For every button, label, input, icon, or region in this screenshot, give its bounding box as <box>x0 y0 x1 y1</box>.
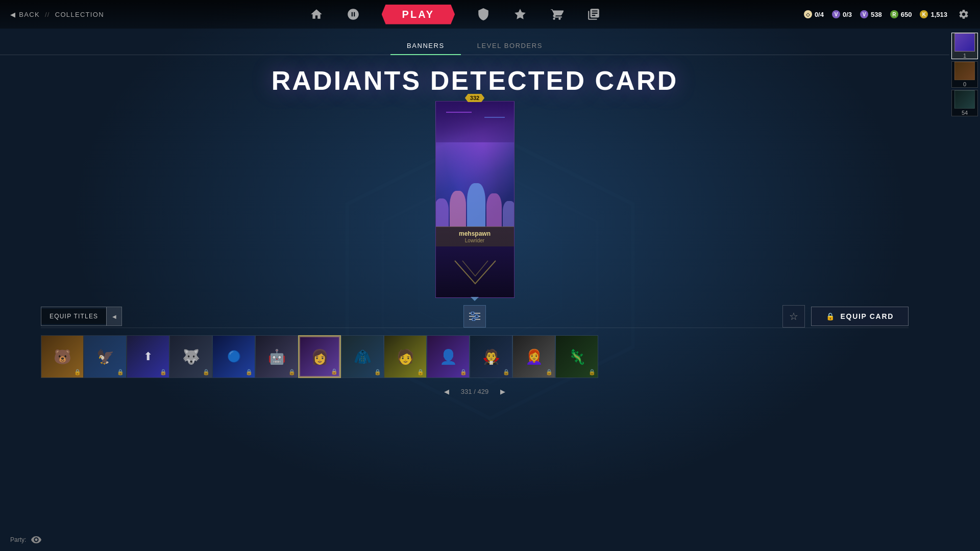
equip-card-label: EQUIP CARD <box>841 312 894 320</box>
radiant-icon: ◇ <box>804 10 812 18</box>
thumb-10[interactable]: 👤 🔒 <box>427 335 470 378</box>
back-button[interactable]: ◀ BACK // COLLECTION <box>0 11 114 18</box>
banner-title-text: Lowrider <box>440 238 510 243</box>
right-card-num-2: 0 <box>963 81 966 87</box>
thumb-9[interactable]: 🧑 🔒 <box>384 335 427 378</box>
figure-4 <box>486 193 502 227</box>
thumb-figure-5: 🔵 <box>227 350 241 363</box>
thumb-figure-2: 🦅 <box>96 348 114 365</box>
thumb-figure-7: 👩 <box>311 348 329 365</box>
next-icon: ▶ <box>500 388 505 395</box>
banner-container: 332 mehspawn <box>435 101 514 298</box>
thumb-12[interactable]: 👩‍🦰 🔒 <box>512 335 555 378</box>
thumb-lock-8: 🔒 <box>374 369 381 375</box>
lock-equip-icon: 🔒 <box>826 312 836 320</box>
figure-5 <box>503 201 514 227</box>
play-button[interactable]: PLAY <box>382 5 455 24</box>
play-label: PLAY <box>402 9 435 20</box>
kp-value: 1,513 <box>930 11 947 18</box>
right-card-3[interactable]: 54 <box>951 90 978 116</box>
svg-point-4 <box>475 315 478 318</box>
thumb-figure-8: 🧥 <box>354 348 372 365</box>
center-controls <box>463 305 486 328</box>
thumb-lock-2: 🔒 <box>117 369 124 375</box>
home-nav-icon[interactable] <box>308 6 325 22</box>
thumb-5[interactable]: 🔵 🔒 <box>212 335 255 378</box>
figure-1 <box>436 198 449 227</box>
pagination: ◀ 331 / 429 ▶ <box>440 385 509 397</box>
thumb-3[interactable]: ⬆ 🔒 <box>127 335 169 378</box>
prev-icon: ◀ <box>444 388 449 395</box>
thumb-11[interactable]: 🧛 🔒 <box>470 335 512 378</box>
right-card-art-3 <box>954 90 975 109</box>
banner-card: mehspawn Lowrider <box>435 101 514 298</box>
separator: // <box>45 11 50 18</box>
vp-icon: V <box>860 10 868 18</box>
right-card-num-1: 1 <box>963 53 966 59</box>
figure-3 <box>467 183 485 227</box>
pagination-total: 429 <box>477 388 488 395</box>
thumb-4[interactable]: 🐺 🔒 <box>169 335 212 378</box>
thumb-7[interactable]: 👩 🔒 <box>298 335 341 378</box>
right-panel: 1 0 54 <box>949 29 980 116</box>
thumb-lock-3: 🔒 <box>160 369 167 375</box>
thumb-8[interactable]: 🧥 🔒 <box>341 335 384 378</box>
equip-card-button[interactable]: 🔒 EQUIP CARD <box>811 307 909 326</box>
thumb-lock-11: 🔒 <box>503 369 510 375</box>
tab-level-borders[interactable]: LEVEL BORDERS <box>461 37 559 55</box>
ranked-icon[interactable] <box>585 6 602 22</box>
pagination-current: 331 <box>461 388 472 395</box>
thumbnail-row: 🐻 🔒 🦅 🔒 ⬆ 🔒 🐺 🔒 🔵 🔒 <box>0 335 949 378</box>
right-card-2[interactable]: 0 <box>951 61 978 88</box>
pagination-info: 331 / 429 <box>461 388 488 395</box>
thumb-2[interactable]: 🦅 🔒 <box>84 335 127 378</box>
store-nav-icon[interactable] <box>549 6 565 22</box>
equip-titles-button[interactable]: EQUIP TITLES ◀ <box>41 307 122 326</box>
vp-value: 538 <box>871 11 882 18</box>
settings-button[interactable] <box>955 6 972 22</box>
controls-row: EQUIP TITLES ◀ ☆ <box>0 305 949 328</box>
art-line-2 <box>484 117 505 118</box>
thumb-figure-12: 👩‍🦰 <box>525 348 543 365</box>
thumb-lock-7: 🔒 <box>331 368 338 375</box>
right-card-num-3: 54 <box>962 110 968 116</box>
filter-button[interactable] <box>463 305 486 328</box>
currency-vp-small: V 0/3 <box>832 10 852 18</box>
thumb-lock-6: 🔒 <box>288 369 296 375</box>
battle-pass-icon[interactable] <box>475 6 492 22</box>
right-card-1[interactable]: 1 <box>951 33 978 59</box>
card-title: RADIANTS DETECTED CARD <box>272 65 678 96</box>
strip-indicator <box>471 297 479 301</box>
tab-banners[interactable]: BANNERS <box>390 37 461 55</box>
arrow-icon: ◀ <box>112 314 116 319</box>
collection-nav-icon[interactable] <box>512 6 528 22</box>
equip-titles-arrow[interactable]: ◀ <box>106 307 121 325</box>
back-label: BACK <box>19 11 40 18</box>
kp-icon: K <box>920 10 928 18</box>
vp-icon-small: V <box>832 10 840 18</box>
thumb-lock-5: 🔒 <box>246 369 253 375</box>
thumb-1[interactable]: 🐻 🔒 <box>41 335 84 378</box>
banner-info: mehspawn Lowrider <box>436 227 514 246</box>
thumb-figure-10: 👤 <box>439 348 457 365</box>
agents-nav-icon[interactable] <box>345 6 361 22</box>
currency-vp: V 538 <box>860 10 882 18</box>
thumb-lock-12: 🔒 <box>546 369 553 375</box>
pagination-next[interactable]: ▶ <box>497 385 509 397</box>
figure-group <box>436 183 514 227</box>
rp-icon: R <box>890 10 898 18</box>
thumb-figure-1: 🐻 <box>54 348 71 365</box>
thumb-lock-9: 🔒 <box>417 369 424 375</box>
banner-username: mehspawn <box>440 230 510 237</box>
svg-point-3 <box>471 312 474 315</box>
currency-kp: K 1,513 <box>920 10 947 18</box>
thumb-6[interactable]: 🤖 🔒 <box>255 335 298 378</box>
pagination-prev[interactable]: ◀ <box>440 385 453 397</box>
top-navigation: ◀ BACK // COLLECTION PLAY ◇ 0/4 <box>0 0 980 29</box>
favorite-button[interactable]: ☆ <box>782 305 805 328</box>
banner-art <box>436 102 514 227</box>
main-content: BANNERS LEVEL BORDERS RADIANTS DETECTED … <box>0 29 949 551</box>
art-bg-top <box>436 102 514 142</box>
thumb-figure-11: 🧛 <box>482 348 500 365</box>
thumb-13[interactable]: 🦎 🔒 <box>555 335 598 378</box>
